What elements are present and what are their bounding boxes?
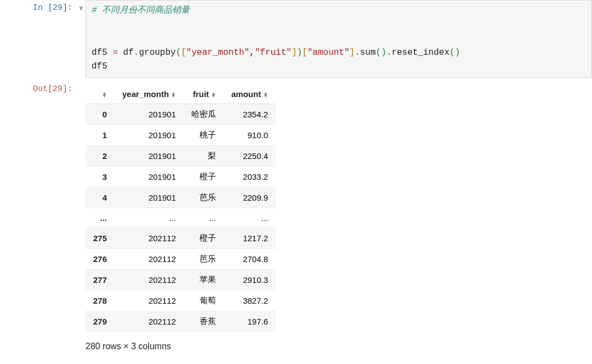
cell-fruit: 苹果 bbox=[184, 269, 224, 290]
table-row: 278202112葡萄3827.2 bbox=[86, 290, 276, 311]
cell-amount: 2033.2 bbox=[224, 166, 276, 187]
table-row: 3201901橙子2033.2 bbox=[86, 166, 276, 187]
cell-fruit: 香蕉 bbox=[184, 311, 224, 332]
code-input[interactable]: # 不同月份不同商品销量 df5 = df.groupby(["year_mon… bbox=[86, 0, 592, 78]
table-row: 276202112芭乐2704.8 bbox=[86, 248, 276, 269]
cell-amount: 197.6 bbox=[224, 311, 276, 332]
col-year-month[interactable]: year_month bbox=[115, 84, 184, 104]
table-row: 0201901哈密瓜2354.2 bbox=[86, 104, 276, 124]
cell-year_month: 201901 bbox=[115, 104, 184, 124]
cell-amount: 2250.4 bbox=[224, 145, 276, 166]
cell-year_month: 201901 bbox=[115, 166, 184, 187]
table-row: 4201901芭乐2209.9 bbox=[86, 187, 276, 208]
cell-amount: ... bbox=[224, 208, 276, 228]
cell-year_month: 201901 bbox=[115, 187, 184, 208]
cell-amount: 3827.2 bbox=[224, 290, 276, 311]
cell-year_month: ... bbox=[115, 208, 184, 228]
output-cell: Out[29]: year_month fruit amount 0201901… bbox=[0, 81, 592, 351]
output-collapser bbox=[77, 81, 86, 86]
table-row: 275202112橙子1217.2 bbox=[86, 228, 276, 248]
row-index: 2 bbox=[86, 145, 115, 166]
col-amount[interactable]: amount bbox=[224, 84, 276, 104]
cell-year_month: 202112 bbox=[115, 228, 184, 248]
table-row: 2201901梨2250.4 bbox=[86, 145, 276, 166]
cell-fruit: 桃子 bbox=[184, 124, 224, 145]
cell-amount: 1217.2 bbox=[224, 228, 276, 248]
dataframe-shape: 280 rows × 3 columns bbox=[86, 342, 592, 351]
cell-amount: 2704.8 bbox=[224, 248, 276, 269]
table-row: 1201901桃子910.0 bbox=[86, 124, 276, 145]
cell-fruit: 葡萄 bbox=[184, 290, 224, 311]
row-index: 0 bbox=[86, 104, 115, 124]
table-row: ............ bbox=[86, 208, 276, 228]
cell-year_month: 201901 bbox=[115, 145, 184, 166]
row-index: 276 bbox=[86, 248, 115, 269]
table-header-row: year_month fruit amount bbox=[86, 84, 276, 104]
sort-icon[interactable] bbox=[102, 92, 107, 98]
cell-fruit: 芭乐 bbox=[184, 248, 224, 269]
cell-fruit: 橙子 bbox=[184, 228, 224, 248]
code-comment: # 不同月份不同商品销量 bbox=[92, 5, 190, 15]
sort-icon[interactable] bbox=[171, 92, 176, 98]
cell-year_month: 202112 bbox=[115, 311, 184, 332]
cell-amount: 910.0 bbox=[224, 124, 276, 145]
row-index: 4 bbox=[86, 187, 115, 208]
cell-year_month: 202112 bbox=[115, 269, 184, 290]
sort-icon[interactable] bbox=[263, 92, 268, 98]
table-row: 279202112香蕉197.6 bbox=[86, 311, 276, 332]
cell-amount: 2354.2 bbox=[224, 104, 276, 124]
row-index: 3 bbox=[86, 166, 115, 187]
output-area: year_month fruit amount 0201901哈密瓜2354.2… bbox=[86, 81, 592, 351]
cell-year_month: 201901 bbox=[115, 124, 184, 145]
row-index: 275 bbox=[86, 228, 115, 248]
cell-fruit: 梨 bbox=[184, 145, 224, 166]
row-index: 277 bbox=[86, 269, 115, 290]
cell-collapser[interactable]: ▼ bbox=[77, 0, 86, 12]
cell-fruit: 橙子 bbox=[184, 166, 224, 187]
sort-icon[interactable] bbox=[211, 92, 216, 98]
cell-year_month: 202112 bbox=[115, 248, 184, 269]
dataframe-table: year_month fruit amount 0201901哈密瓜2354.2… bbox=[86, 84, 276, 332]
row-index: 278 bbox=[86, 290, 115, 311]
table-row: 277202112苹果2910.3 bbox=[86, 269, 276, 290]
cell-fruit: ... bbox=[184, 208, 224, 228]
col-index[interactable] bbox=[86, 84, 115, 104]
col-fruit[interactable]: fruit bbox=[184, 84, 224, 104]
code-line-2: df5 bbox=[92, 61, 107, 71]
cell-fruit: 芭乐 bbox=[184, 187, 224, 208]
row-index: ... bbox=[86, 208, 115, 228]
input-prompt: In [29]: bbox=[0, 0, 77, 13]
cell-fruit: 哈密瓜 bbox=[184, 104, 224, 124]
output-prompt: Out[29]: bbox=[0, 81, 77, 94]
row-index: 1 bbox=[86, 124, 115, 145]
row-index: 279 bbox=[86, 311, 115, 332]
cell-amount: 2910.3 bbox=[224, 269, 276, 290]
cell-year_month: 202112 bbox=[115, 290, 184, 311]
cell-amount: 2209.9 bbox=[224, 187, 276, 208]
input-cell: In [29]: ▼ # 不同月份不同商品销量 df5 = df.groupby… bbox=[0, 0, 592, 78]
